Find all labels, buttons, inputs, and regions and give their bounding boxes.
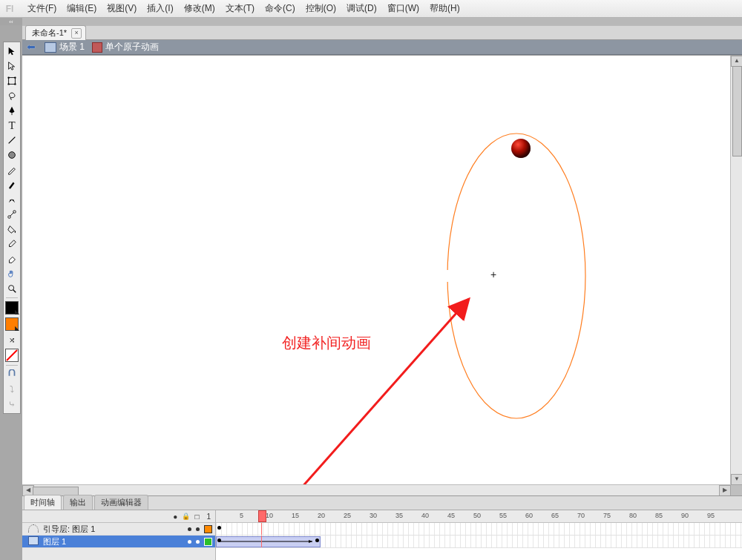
svg-rect-0 <box>9 78 16 85</box>
ruler-tick: 70 <box>577 512 585 519</box>
subselection-tool[interactable] <box>5 59 19 73</box>
visibility-dot[interactable] <box>188 527 191 531</box>
ruler-tick: 20 <box>318 512 325 519</box>
eyedropper-tool[interactable] <box>5 237 19 251</box>
deco-tool[interactable] <box>5 193 19 206</box>
no-color-swatch[interactable] <box>5 349 19 362</box>
scrollbar-thumb-vertical[interactable] <box>732 66 742 157</box>
svg-line-15 <box>7 350 17 360</box>
menu-debug[interactable]: 调试(D) <box>341 0 382 18</box>
scene-label[interactable]: 场景 1 <box>59 41 85 53</box>
annotation-arrow <box>22 56 731 485</box>
paint-bucket-tool[interactable] <box>5 223 19 236</box>
svg-line-18 <box>260 299 469 485</box>
svg-point-1 <box>7 76 9 78</box>
eye-icon[interactable]: ● <box>173 513 177 521</box>
zoom-tool[interactable] <box>5 282 19 295</box>
layer-row-guide[interactable]: 引导层: 图层 1 <box>22 523 215 536</box>
close-icon[interactable]: × <box>71 28 82 39</box>
pen-tool[interactable] <box>5 104 19 117</box>
menu-help[interactable]: 帮助(H) <box>424 0 465 18</box>
option-smooth-icon[interactable]: ⤵ <box>5 383 19 396</box>
layer-row-1[interactable]: 图层 1 <box>22 536 215 548</box>
fill-color-swatch[interactable]: ◣ <box>5 317 19 331</box>
lock-dot[interactable] <box>196 527 200 531</box>
annotation-label: 创建补间动画 <box>282 333 371 353</box>
brush-tool[interactable] <box>5 178 19 191</box>
layer-name-1: 图层 1 <box>43 536 66 547</box>
frame-ruler[interactable]: 5 10 15 20 25 30 35 40 45 50 55 60 65 70… <box>216 510 742 523</box>
swap-colors-icon[interactable]: ⤨ <box>5 333 19 346</box>
document-tab-bar: 未命名-1* × <box>22 25 742 40</box>
ruler-tick: 30 <box>370 512 377 519</box>
frame-area[interactable]: 5 10 15 20 25 30 35 40 45 50 55 60 65 70… <box>216 510 742 560</box>
ruler-tick: 95 <box>707 512 715 519</box>
menu-view[interactable]: 视图(V) <box>102 0 142 18</box>
ruler-tick: 85 <box>655 512 663 519</box>
svg-point-8 <box>10 200 11 201</box>
eraser-tool[interactable] <box>5 252 19 266</box>
lock-icon[interactable]: 🔒 <box>182 513 190 520</box>
symbol-label[interactable]: 单个原子动画 <box>105 41 159 53</box>
visibility-dot[interactable] <box>188 540 191 544</box>
tab-timeline[interactable]: 时间轴 <box>24 495 62 510</box>
lock-dot[interactable] <box>196 540 200 544</box>
menu-command[interactable]: 命令(C) <box>260 0 301 18</box>
svg-point-7 <box>9 152 16 159</box>
menu-window[interactable]: 窗口(W) <box>382 0 424 18</box>
text-tool[interactable]: T <box>5 119 19 132</box>
layer-header: ● 🔒 □ 1 <box>22 510 215 523</box>
keyframe[interactable] <box>217 526 221 530</box>
lasso-tool[interactable] <box>5 89 19 102</box>
bottom-panel: 时间轴 输出 动画编辑器 ● 🔒 □ 1 引导层: 图层 1 <box>22 495 742 560</box>
menu-edit[interactable]: 编辑(E) <box>62 0 102 18</box>
svg-line-12 <box>10 212 13 216</box>
outline-swatch[interactable] <box>204 525 212 533</box>
menu-modify[interactable]: 修改(M) <box>179 0 220 18</box>
outline-swatch[interactable] <box>204 538 212 546</box>
menu-text[interactable]: 文本(T) <box>220 0 260 18</box>
panel-tab-bar: 时间轴 输出 动画编辑器 <box>22 496 742 510</box>
playhead[interactable] <box>258 510 266 522</box>
tool-panel: T ◣ ◣ ⤨ ⤵ ⤷ <box>3 42 21 414</box>
ruler-tick: 25 <box>344 512 351 519</box>
ruler-tick: 35 <box>395 512 403 519</box>
option-straighten-icon[interactable]: ⤷ <box>5 398 19 411</box>
ruler-tick: 60 <box>525 512 533 519</box>
ruler-tick: 10 <box>266 512 273 519</box>
bone-tool[interactable] <box>5 208 19 221</box>
frame-row-guide[interactable] <box>216 523 742 536</box>
svg-point-13 <box>9 286 14 291</box>
registration-point-icon: + <box>489 270 498 279</box>
free-transform-tool[interactable] <box>5 74 19 88</box>
ruler-tick: 75 <box>603 512 611 519</box>
ruler-tick: 40 <box>421 512 429 519</box>
back-icon[interactable]: ⬅ <box>27 42 40 53</box>
menu-insert[interactable]: 插入(I) <box>142 0 178 18</box>
frame-row-layer1[interactable] <box>216 536 742 548</box>
selection-tool[interactable] <box>5 45 19 58</box>
oval-tool[interactable] <box>5 148 19 162</box>
hand-tool[interactable] <box>5 267 19 280</box>
tab-motion-editor[interactable]: 动画编辑器 <box>94 495 148 510</box>
ruler-tick: 5 <box>240 512 243 519</box>
stroke-color-swatch[interactable]: ◣ <box>5 301 19 314</box>
tab-output[interactable]: 输出 <box>63 495 93 510</box>
scrollbar-vertical[interactable]: ▲ ▼ <box>730 56 742 485</box>
ruler-tick: 65 <box>551 512 559 519</box>
outline-icon[interactable]: □ <box>194 513 199 521</box>
stage[interactable]: + 创建补间动画 <box>22 56 731 485</box>
keyframe-end[interactable] <box>315 538 319 542</box>
line-tool[interactable] <box>5 134 19 147</box>
menu-control[interactable]: 控制(O) <box>301 0 341 18</box>
ruler-tick: 80 <box>629 512 637 519</box>
tool-separator-2 <box>6 365 18 366</box>
menu-file[interactable]: 文件(F) <box>22 0 62 18</box>
pencil-tool[interactable] <box>5 163 19 177</box>
snap-option-icon[interactable] <box>5 368 19 381</box>
svg-rect-17 <box>446 270 450 282</box>
panel-collapse-handle[interactable]: ‹‹ <box>0 18 22 25</box>
svg-point-4 <box>14 83 16 85</box>
electron-symbol[interactable] <box>511 139 531 158</box>
document-tab[interactable]: 未命名-1* × <box>25 25 86 41</box>
